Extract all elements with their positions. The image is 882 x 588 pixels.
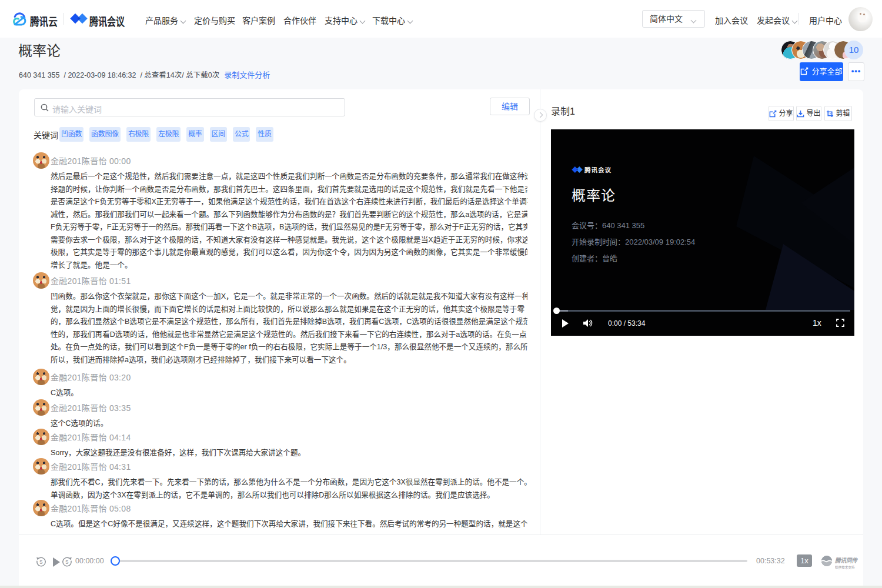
svg-text:5: 5 [39, 559, 42, 565]
svg-text:腾讯会议: 腾讯会议 [584, 166, 612, 173]
svg-text:5: 5 [65, 559, 68, 565]
